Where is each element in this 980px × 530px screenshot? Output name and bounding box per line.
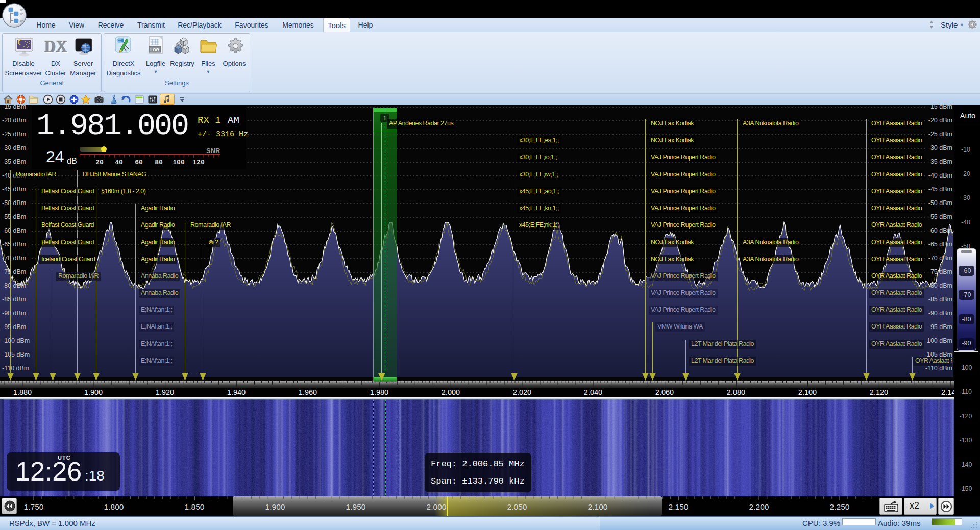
- svg-text:1: 1: [383, 115, 387, 122]
- svg-text:LOG: LOG: [150, 47, 159, 52]
